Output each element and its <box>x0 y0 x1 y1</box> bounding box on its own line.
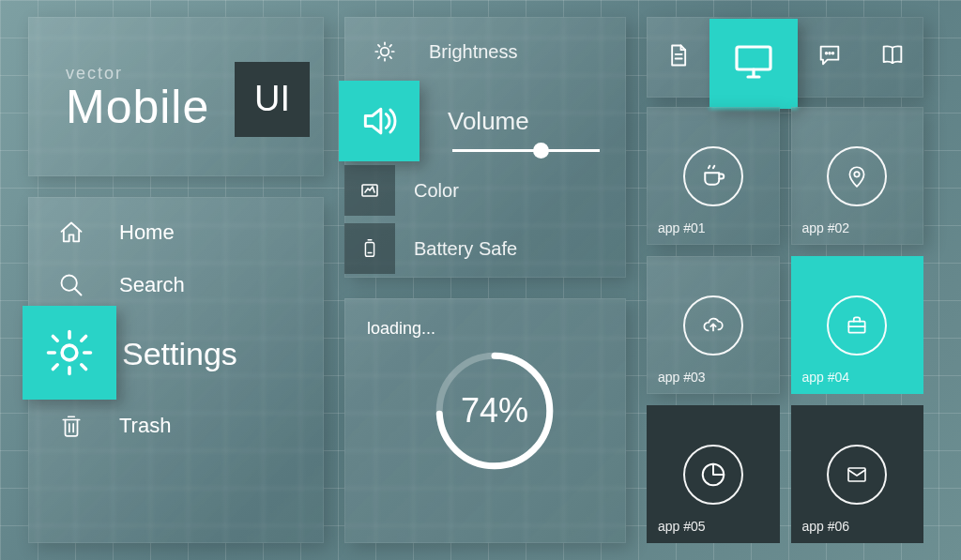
nav-panel: Home Search Settings Trash <box>28 197 324 543</box>
battery-icon <box>344 223 395 274</box>
app-label-03: app #03 <box>658 370 706 385</box>
chat-icon <box>816 42 843 72</box>
svg-point-8 <box>825 53 827 54</box>
app-label-02: app #02 <box>802 220 850 235</box>
piechart-icon <box>683 445 743 505</box>
setting-battery[interactable]: Battery Safe <box>344 219 626 278</box>
app-label-05: app #05 <box>658 519 706 534</box>
gear-icon <box>23 306 116 400</box>
battery-label: Battery Safe <box>414 238 517 260</box>
monitor-icon <box>731 39 776 88</box>
document-icon <box>664 42 691 72</box>
mail-icon <box>827 445 887 505</box>
brightness-icon <box>359 26 410 77</box>
app-tile-03[interactable]: app #03 <box>647 256 780 394</box>
tab-chat[interactable] <box>798 25 861 89</box>
app-grid: app #01 app #02 app #03 app #04 <box>647 107 923 543</box>
location-icon <box>827 146 887 206</box>
title-ui-badge: UI <box>235 62 310 137</box>
nav-label-settings: Settings <box>122 336 237 372</box>
setting-color[interactable]: Color <box>344 161 626 219</box>
nav-item-settings[interactable]: Settings <box>28 311 324 396</box>
color-icon <box>344 165 395 216</box>
svg-point-9 <box>829 53 831 54</box>
nav-item-trash[interactable]: Trash <box>28 400 324 452</box>
app-tile-04[interactable]: app #04 <box>791 256 924 394</box>
settings-panel: Brightness Volume Color <box>344 17 626 278</box>
title-panel: vector Mobile UI <box>28 17 324 176</box>
progress-percent: 74% <box>429 345 560 477</box>
app-label-04: app #04 <box>802 370 850 385</box>
svg-point-10 <box>831 53 833 54</box>
tab-bar <box>647 17 923 98</box>
volume-label: Volume <box>448 107 529 136</box>
svg-rect-7 <box>737 47 770 69</box>
svg-point-1 <box>62 345 77 360</box>
brightness-label: Brightness <box>429 41 518 63</box>
nav-label-home: Home <box>119 220 175 245</box>
coffee-icon <box>683 146 743 206</box>
nav-label-trash: Trash <box>119 414 171 438</box>
setting-volume[interactable]: Volume <box>344 81 626 161</box>
svg-rect-14 <box>848 468 865 481</box>
app-label-01: app #01 <box>658 220 706 235</box>
app-tile-02[interactable]: app #02 <box>791 107 924 245</box>
title-mobile: Mobile <box>66 83 209 130</box>
loading-panel: loading... 74% <box>344 298 626 543</box>
search-icon <box>56 270 86 300</box>
cloud-upload-icon <box>683 295 743 356</box>
trash-icon <box>56 411 86 441</box>
home-icon <box>56 218 86 248</box>
app-tile-05[interactable]: app #05 <box>647 405 780 543</box>
nav-item-search[interactable]: Search <box>28 259 324 311</box>
color-label: Color <box>414 180 459 202</box>
volume-slider-thumb[interactable] <box>533 143 549 159</box>
briefcase-icon <box>827 295 887 356</box>
book-icon <box>878 42 907 72</box>
tab-display[interactable] <box>709 19 798 109</box>
nav-label-search: Search <box>119 273 185 297</box>
volume-slider[interactable] <box>452 149 600 152</box>
nav-item-home[interactable]: Home <box>28 206 324 259</box>
tab-document[interactable] <box>647 25 709 89</box>
app-tile-06[interactable]: app #06 <box>791 405 924 543</box>
svg-rect-4 <box>365 243 374 257</box>
app-tile-01[interactable]: app #01 <box>647 107 780 245</box>
setting-brightness[interactable]: Brightness <box>344 23 626 81</box>
tab-book[interactable] <box>861 25 923 89</box>
app-label-06: app #06 <box>802 519 850 534</box>
volume-icon <box>339 81 419 161</box>
loading-label: loading... <box>367 319 435 339</box>
svg-point-2 <box>381 48 389 56</box>
svg-point-11 <box>855 172 860 176</box>
